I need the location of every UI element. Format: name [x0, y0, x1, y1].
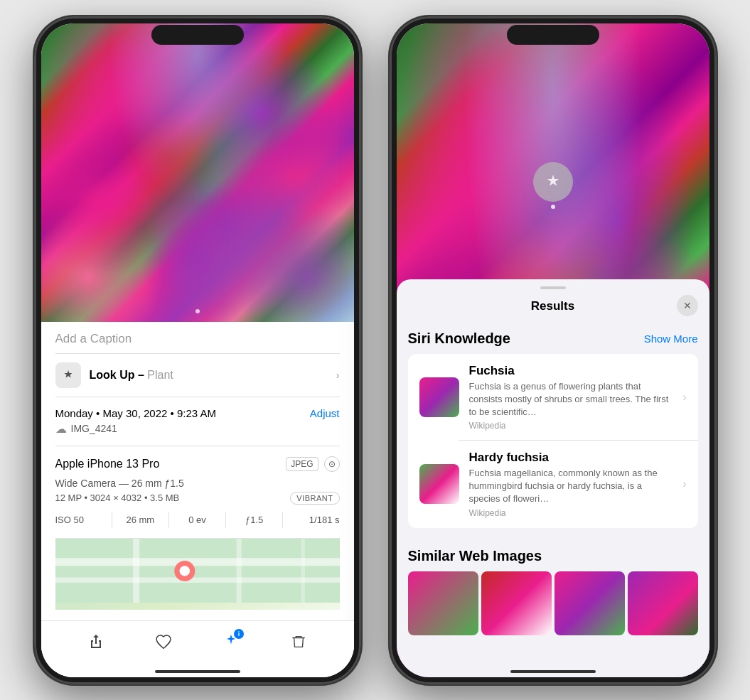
- knowledge-item-fuchsia[interactable]: Fuchsia Fuchsia is a genus of flowering …: [408, 354, 698, 441]
- similar-images: [408, 571, 698, 635]
- cloud-icon: ☁: [55, 422, 67, 436]
- visual-lookup-icon: [55, 362, 81, 388]
- exif-row: ISO 50 26 mm 0 ev ƒ1.5 1/181 s: [55, 512, 340, 528]
- svg-rect-1: [55, 558, 340, 566]
- phones-container: Add a Caption Look Up – Plant ›: [20, 2, 731, 699]
- device-row: Apple iPhone 13 Pro JPEG ⊙: [55, 456, 340, 472]
- fuchsia-desc: Fuchsia is a genus of flowering plants t…: [469, 380, 673, 419]
- exif-focal: 26 mm: [112, 512, 169, 528]
- meta-date-row: Monday • May 30, 2022 • 9:23 AM Adjust: [55, 407, 340, 419]
- exif-iso: ISO 50: [55, 512, 112, 528]
- silent-button-left: [34, 123, 35, 149]
- silent-button-right: [390, 123, 390, 149]
- format-badge: JPEG: [286, 457, 318, 471]
- phone-screen-left: Add a Caption Look Up – Plant ›: [41, 23, 354, 677]
- svg-rect-5: [301, 539, 304, 603]
- hardy-thumbnail: [419, 464, 459, 504]
- knowledge-item-hardy[interactable]: Hardy fuchsia Fuchsia magellanica, commo…: [408, 441, 698, 528]
- similar-header: Similar Web Images: [408, 539, 698, 571]
- hardy-source: Wikipedia: [469, 508, 673, 518]
- location-badge-icon: ⊙: [324, 456, 340, 472]
- flower-overlay: [41, 23, 354, 322]
- volume-down-right: [390, 212, 390, 254]
- delete-button[interactable]: [284, 628, 313, 656]
- svg-rect-0: [55, 539, 340, 603]
- similar-section: Similar Web Images: [408, 539, 698, 635]
- photo-area-left: [41, 23, 354, 322]
- knowledge-card: Fuchsia Fuchsia is a genus of flowering …: [408, 354, 698, 528]
- svg-point-7: [179, 566, 190, 576]
- power-button-left: [360, 158, 361, 215]
- show-more-button[interactable]: Show More: [644, 333, 698, 345]
- visual-lookup-button[interactable]: [533, 162, 573, 202]
- results-sheet: Results ✕ Siri Knowledge Show More: [397, 279, 709, 677]
- hardy-desc: Fuchsia magellanica, commonly known as t…: [469, 467, 673, 506]
- similar-title: Similar Web Images: [408, 548, 542, 564]
- vibrant-badge: VIBRANT: [290, 492, 339, 505]
- svg-rect-4: [236, 539, 241, 603]
- results-header: Results ✕: [397, 289, 709, 322]
- phone-notch-left: [151, 25, 244, 45]
- device-section: Apple iPhone 13 Pro JPEG ⊙ Wide Camera —…: [55, 446, 340, 539]
- exif-aperture: ƒ1.5: [226, 512, 283, 528]
- home-indicator-left: [155, 670, 240, 673]
- volume-up-right: [390, 158, 390, 201]
- meta-date: Monday • May 30, 2022 • 9:23 AM: [55, 407, 216, 419]
- hardy-name: Hardy fuchsia: [469, 451, 673, 465]
- lookup-btn-dot: [551, 205, 555, 209]
- fuchsia-source: Wikipedia: [469, 421, 673, 431]
- specs-text: 12 MP • 3024 × 4032 • 3.5 MB: [55, 492, 180, 503]
- siri-knowledge-header: Siri Knowledge Show More: [408, 322, 698, 354]
- device-badges: JPEG ⊙: [286, 456, 339, 472]
- home-indicator-right: [510, 670, 596, 673]
- volume-down-left: [34, 212, 35, 254]
- phone-left: Add a Caption Look Up – Plant ›: [34, 16, 361, 684]
- info-button[interactable]: i: [217, 628, 245, 656]
- flower-photo-left: [41, 23, 354, 322]
- device-specs: 12 MP • 3024 × 4032 • 3.5 MB VIBRANT: [55, 492, 340, 505]
- adjust-button[interactable]: Adjust: [310, 407, 340, 419]
- results-title: Results: [531, 299, 574, 313]
- fuchsia-text: Fuchsia Fuchsia is a genus of flowering …: [469, 364, 673, 431]
- fuchsia-name: Fuchsia: [469, 364, 673, 378]
- fuchsia-thumbnail: [419, 377, 459, 417]
- power-button-right: [716, 158, 717, 215]
- lookup-text: Look Up – Plant: [90, 369, 173, 382]
- phone-screen-right: Results ✕ Siri Knowledge Show More: [397, 23, 709, 677]
- lookup-row[interactable]: Look Up – Plant ›: [55, 354, 340, 397]
- similar-image-2[interactable]: [481, 571, 552, 635]
- meta-section: Monday • May 30, 2022 • 9:23 AM Adjust ☁…: [55, 397, 340, 446]
- share-button[interactable]: [82, 628, 110, 656]
- photo-dot: [195, 309, 200, 313]
- fuchsia-chevron: ›: [682, 391, 686, 404]
- svg-rect-2: [55, 577, 340, 582]
- hardy-text: Hardy fuchsia Fuchsia magellanica, commo…: [469, 451, 673, 518]
- close-button[interactable]: ✕: [677, 295, 698, 316]
- lookup-chevron: ›: [336, 370, 340, 381]
- favorite-button[interactable]: [149, 628, 178, 656]
- similar-image-3[interactable]: [555, 571, 625, 635]
- exif-ev: 0 ev: [169, 512, 226, 528]
- info-badge: i: [234, 629, 244, 639]
- meta-file: ☁ IMG_4241: [55, 422, 340, 436]
- siri-knowledge-title: Siri Knowledge: [408, 330, 510, 347]
- svg-rect-3: [133, 539, 139, 603]
- hardy-chevron: ›: [682, 478, 686, 490]
- file-name: IMG_4241: [71, 423, 117, 434]
- exif-shutter: 1/181 s: [283, 512, 339, 528]
- phone-right: Results ✕ Siri Knowledge Show More: [390, 16, 717, 684]
- phone-notch-right: [507, 25, 599, 45]
- volume-up-left: [34, 158, 35, 201]
- caption-input[interactable]: Add a Caption: [55, 322, 340, 354]
- similar-image-1[interactable]: [408, 571, 478, 635]
- similar-image-4[interactable]: [628, 571, 698, 635]
- device-camera: Wide Camera — 26 mm ƒ1.5: [55, 478, 340, 489]
- bottom-toolbar: i: [41, 620, 354, 677]
- map-area: [55, 539, 340, 610]
- device-name: Apple iPhone 13 Pro: [55, 458, 160, 470]
- results-content[interactable]: Siri Knowledge Show More Fuchsia Fuchsia…: [397, 322, 709, 677]
